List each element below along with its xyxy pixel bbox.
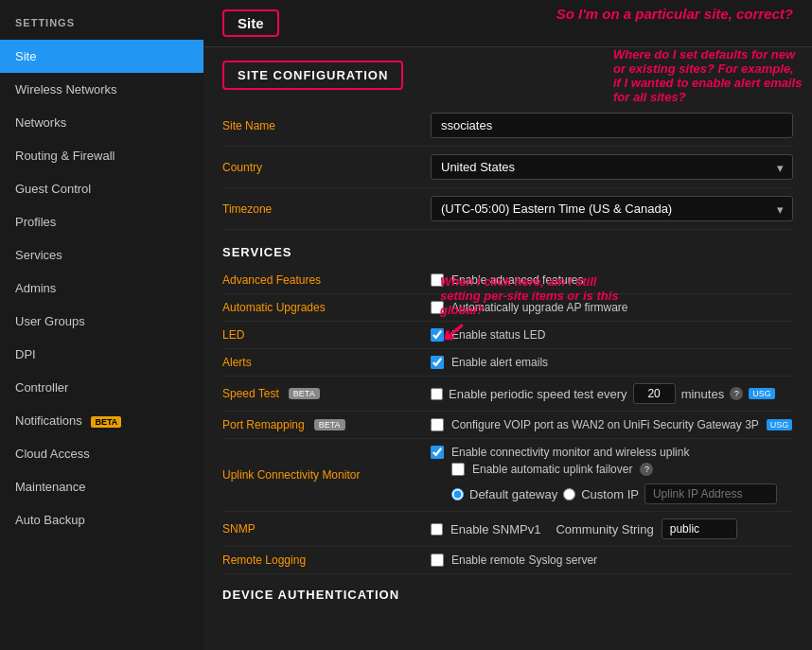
snmp-checkbox-label: Enable SNMPv1: [450, 522, 540, 536]
section-header: SITE CONFIGURATION: [222, 61, 403, 90]
snmp-community-input[interactable]: [662, 518, 737, 539]
site-name-label: Site Name: [222, 119, 431, 132]
remote-logging-checkbox[interactable]: [431, 553, 444, 567]
device-auth-title: DEVICE AUTHENTICATION: [222, 588, 793, 602]
remote-logging-checkbox-label: Enable remote Syslog server: [451, 553, 597, 567]
led-label: LED: [222, 328, 431, 342]
uplink-monitor-row: Uplink Connectivity Monitor Enable conne…: [222, 439, 793, 512]
port-remapping-usg-tag: USG: [767, 419, 793, 430]
sidebar: SETTINGS Site Wireless Networks Networks…: [0, 0, 203, 650]
speed-test-usg-tag: USG: [749, 388, 775, 399]
led-row: LED Enable status LED When I click here,…: [222, 322, 793, 349]
sidebar-item-cloud-access[interactable]: Cloud Access: [0, 437, 203, 470]
sidebar-item-user-groups[interactable]: User Groups: [0, 305, 203, 338]
settings-title: SETTINGS: [0, 9, 203, 40]
uplink-ip-input[interactable]: [644, 483, 777, 504]
snmp-community-label: Community String: [556, 522, 653, 536]
site-tab[interactable]: Site: [222, 9, 279, 37]
uplink-custom-ip-radio[interactable]: [563, 488, 575, 501]
annotation-top: So I'm on a particular site, correct?: [556, 6, 793, 22]
remote-logging-row: Remote Logging Enable remote Syslog serv…: [222, 547, 793, 574]
speed-test-minutes-input[interactable]: [633, 383, 676, 404]
alerts-row: Alerts Enable alert emails Where do I se…: [222, 349, 793, 377]
uplink-monitor-checkbox1[interactable]: [431, 446, 444, 459]
sidebar-item-controller[interactable]: Controller: [0, 371, 203, 404]
topbar: Site So I'm on a particular site, correc…: [203, 0, 812, 47]
uplink-failover-help-icon[interactable]: ?: [640, 463, 653, 476]
port-remapping-checkbox[interactable]: [431, 418, 444, 431]
timezone-row: Timezone (UTC-05:00) Eastern Time (US & …: [222, 188, 793, 230]
uplink-monitor-label2: Enable automatic uplink failover: [472, 463, 632, 476]
sidebar-item-profiles[interactable]: Profiles: [0, 205, 203, 238]
country-label: Country: [222, 161, 431, 174]
snmp-row: SNMP Enable SNMPv1 Community String: [222, 512, 793, 547]
country-select[interactable]: United States Canada United Kingdom: [431, 154, 793, 180]
main-content: Site So I'm on a particular site, correc…: [203, 0, 812, 650]
snmp-checkbox[interactable]: [431, 523, 443, 536]
speed-test-minutes-label: minutes: [681, 387, 725, 401]
sidebar-item-site[interactable]: Site: [0, 40, 203, 73]
content-area: SITE CONFIGURATION Site Name Country Uni…: [203, 47, 812, 650]
uplink-monitor-label1: Enable connectivity monitor and wireless…: [451, 446, 689, 459]
sidebar-item-services[interactable]: Services: [0, 238, 203, 272]
uplink-custom-ip-label: Custom IP: [581, 487, 639, 501]
sidebar-item-dpi[interactable]: DPI: [0, 338, 203, 371]
automatic-upgrades-label: Automatic Upgrades: [222, 301, 431, 314]
timezone-label: Timezone: [222, 202, 431, 216]
sidebar-item-routing-firewall[interactable]: Routing & Firewall: [0, 139, 203, 172]
sidebar-item-wireless-networks[interactable]: Wireless Networks: [0, 73, 203, 106]
sidebar-item-networks[interactable]: Networks: [0, 106, 203, 139]
speed-test-checkbox[interactable]: [431, 388, 443, 400]
uplink-monitor-checkbox2[interactable]: [451, 463, 465, 476]
port-remapping-row: Port Remapping BETA Configure VOIP port …: [222, 412, 793, 439]
speed-test-label: Speed Test BETA: [222, 387, 431, 400]
port-remapping-checkbox-label: Configure VOIP port as WAN2 on UniFi Sec…: [451, 418, 759, 431]
speed-test-checkbox-label: Enable periodic speed test every: [449, 387, 627, 401]
sidebar-item-auto-backup[interactable]: Auto Backup: [0, 503, 203, 536]
sidebar-item-admins[interactable]: Admins: [0, 272, 203, 305]
alerts-checkbox-label: Enable alert emails: [451, 356, 548, 369]
uplink-default-gateway-radio[interactable]: [451, 488, 464, 501]
speed-test-beta-badge: BETA: [289, 388, 320, 399]
notifications-beta-badge: BETA: [91, 416, 121, 428]
port-remapping-beta-badge: BETA: [314, 419, 345, 430]
port-remapping-label: Port Remapping BETA: [222, 418, 431, 431]
uplink-default-gateway-label: Default gateway: [469, 487, 557, 501]
remote-logging-label: Remote Logging: [222, 553, 431, 567]
advanced-features-label: Advanced Features: [222, 273, 431, 287]
uplink-monitor-label: Uplink Connectivity Monitor: [222, 468, 431, 482]
snmp-label: SNMP: [222, 522, 431, 536]
annotation-led: When I click here, am I still setting pe…: [440, 274, 629, 345]
timezone-select[interactable]: (UTC-05:00) Eastern Time (US & Canada) (…: [431, 196, 793, 221]
speed-test-row: Speed Test BETA Enable periodic speed te…: [222, 377, 793, 412]
alerts-checkbox-line: Enable alert emails: [431, 356, 793, 369]
annotation-alerts: Where do I set defaults for new or exist…: [613, 47, 803, 104]
alerts-label: Alerts: [222, 356, 431, 369]
alerts-checkbox[interactable]: [431, 356, 444, 369]
site-name-input[interactable]: [431, 113, 793, 138]
site-name-row: Site Name: [222, 105, 793, 147]
sidebar-item-notifications[interactable]: Notifications BETA: [0, 404, 203, 437]
speed-test-help-icon[interactable]: ?: [730, 387, 743, 400]
sidebar-item-guest-control[interactable]: Guest Control: [0, 172, 203, 205]
country-row: Country United States Canada United King…: [222, 147, 793, 188]
sidebar-item-maintenance[interactable]: Maintenance: [0, 470, 203, 503]
services-title: SERVICES: [222, 245, 793, 259]
